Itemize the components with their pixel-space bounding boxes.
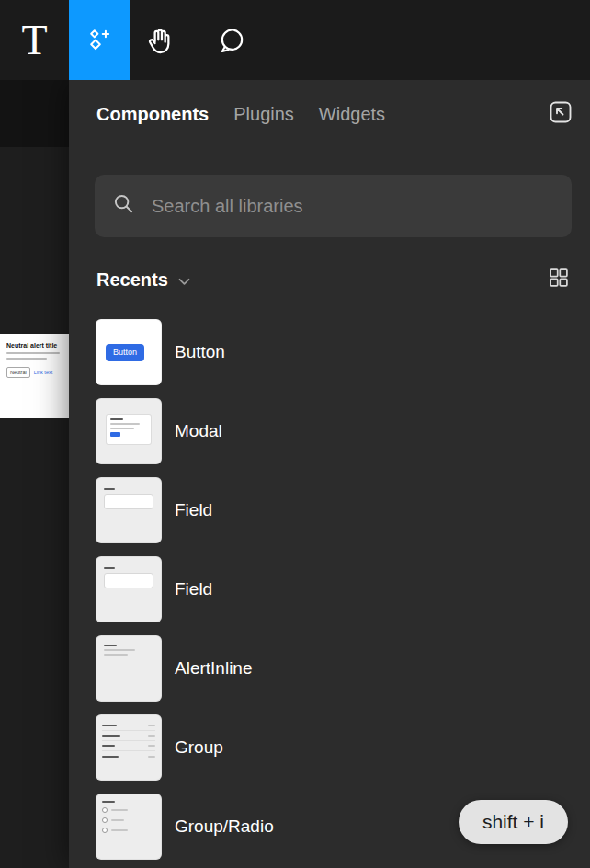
component-name: Group — [175, 737, 223, 758]
canvas-background — [0, 80, 69, 147]
component-name: Group/Radio — [175, 817, 274, 837]
text-tool-icon: T — [21, 19, 47, 62]
recents-title: Recents — [96, 269, 168, 291]
component-thumbnail — [96, 794, 162, 860]
hand-tool-button[interactable] — [130, 0, 190, 80]
resources-tool-button[interactable] — [69, 0, 130, 80]
list-item-group[interactable]: Group — [96, 714, 590, 781]
grid-view-button[interactable] — [546, 267, 572, 292]
list-item-button[interactable]: Button Button — [96, 319, 590, 385]
resources-icon — [85, 26, 114, 55]
library-search — [95, 175, 572, 237]
canvas-alert-card[interactable]: Neutral alert title Neutral Link text — [0, 334, 69, 418]
open-panel-button[interactable] — [546, 99, 575, 129]
figma-app-window: T — [0, 0, 590, 868]
list-item-alertinline[interactable]: AlertInline — [96, 635, 590, 702]
canvas-card-neutral-button: Neutral — [6, 367, 30, 378]
canvas-card-link: Link text — [34, 370, 52, 375]
component-thumbnail — [96, 398, 162, 464]
panel-tabs: Components Plugins Widgets — [69, 80, 590, 129]
canvas-card-textline — [6, 358, 47, 360]
component-name: Field — [175, 500, 212, 520]
component-name: Button — [175, 342, 225, 362]
comment-tool-button[interactable] — [201, 0, 262, 80]
grid-view-icon — [547, 266, 571, 293]
search-input[interactable] — [152, 196, 554, 217]
recents-header: Recents — [96, 267, 572, 292]
canvas-card-textline — [6, 352, 60, 354]
canvas-card-title: Neutral alert title — [6, 342, 66, 348]
component-thumbnail: Button — [96, 319, 162, 385]
component-name: Field — [175, 579, 212, 600]
tab-widgets[interactable]: Widgets — [319, 104, 385, 125]
search-icon — [112, 192, 136, 220]
thumb-button-label: Button — [106, 344, 144, 361]
comment-icon — [217, 26, 246, 55]
shortcut-badge: shift + i — [459, 800, 568, 844]
text-tool-button[interactable]: T — [0, 0, 69, 80]
component-name: Modal — [175, 421, 222, 441]
component-name: AlertInline — [175, 658, 253, 679]
list-item-modal[interactable]: Modal — [96, 398, 590, 464]
chevron-down-icon[interactable] — [178, 273, 190, 290]
open-panel-icon — [547, 98, 574, 130]
hand-icon — [144, 25, 176, 56]
tab-plugins[interactable]: Plugins — [233, 104, 294, 125]
component-thumbnail — [96, 714, 162, 781]
list-item-field[interactable]: Field — [96, 477, 590, 543]
toolbar: T — [0, 0, 590, 80]
component-thumbnail — [96, 477, 162, 543]
tab-components[interactable]: Components — [96, 104, 209, 125]
resources-panel: Components Plugins Widgets — [69, 80, 590, 868]
component-thumbnail — [96, 635, 162, 702]
component-thumbnail — [96, 556, 162, 622]
list-item-field[interactable]: Field — [96, 556, 590, 622]
component-list: Button Button Modal — [96, 319, 590, 868]
